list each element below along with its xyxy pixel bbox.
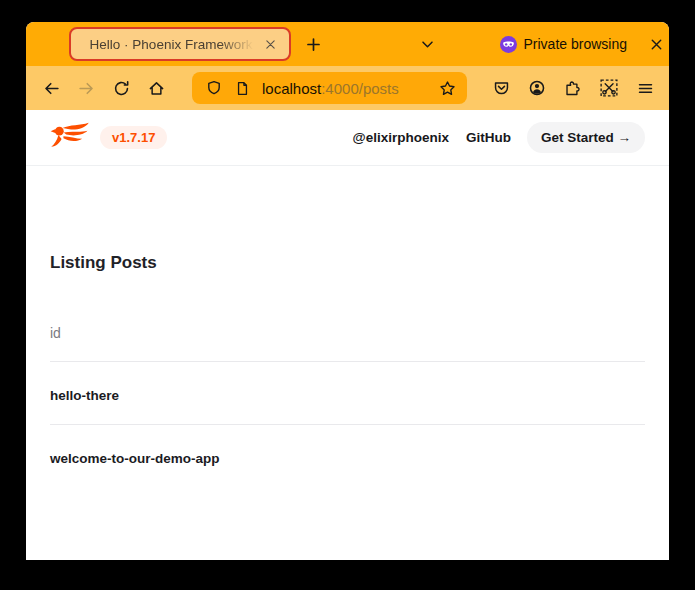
account-button[interactable] xyxy=(523,74,551,102)
close-icon xyxy=(264,38,277,51)
table-column-header: id xyxy=(50,325,645,362)
plus-icon xyxy=(305,36,322,53)
url-text[interactable]: localhost:4000/posts xyxy=(262,80,433,97)
page-content: v1.7.17 @elixirphoenix GitHub Get Starte… xyxy=(26,110,669,560)
scissors-icon xyxy=(600,79,618,97)
home-button[interactable] xyxy=(142,74,170,102)
get-started-button[interactable]: Get Started → xyxy=(527,122,645,153)
table-row[interactable]: welcome-to-our-demo-app xyxy=(50,425,645,487)
site-info-button[interactable] xyxy=(228,74,256,102)
browser-titlebar: Hello · Phoenix Framework xyxy=(26,22,669,66)
pocket-button[interactable] xyxy=(487,74,515,102)
url-host: localhost xyxy=(262,80,321,97)
account-icon xyxy=(528,79,546,97)
navigation-toolbar: localhost:4000/posts xyxy=(26,66,669,110)
posts-table: id hello-there welcome-to-our-demo-app xyxy=(50,325,645,487)
reload-icon xyxy=(113,80,130,97)
version-badge: v1.7.17 xyxy=(100,126,167,149)
window-close-button[interactable] xyxy=(643,30,669,58)
url-path: :4000/posts xyxy=(321,80,399,97)
back-arrow-icon xyxy=(43,80,60,97)
tab-list-dropdown-button[interactable] xyxy=(413,30,441,58)
shield-icon xyxy=(206,80,222,96)
tracking-protection-button[interactable] xyxy=(200,74,228,102)
forward-arrow-icon xyxy=(78,80,95,97)
browser-window: Hello · Phoenix Framework xyxy=(26,22,669,560)
bookmark-star-button[interactable] xyxy=(433,74,461,102)
url-bar[interactable]: localhost:4000/posts xyxy=(192,72,467,104)
private-browsing-indicator: Private browsing xyxy=(500,36,628,53)
table-row[interactable]: hello-there xyxy=(50,362,645,425)
hamburger-icon xyxy=(637,80,654,97)
page-icon xyxy=(235,81,250,96)
home-icon xyxy=(148,80,165,97)
private-browsing-label: Private browsing xyxy=(524,36,628,52)
page-title: Listing Posts xyxy=(50,253,645,273)
phoenix-logo-icon[interactable] xyxy=(50,120,90,156)
tab-close-button[interactable] xyxy=(259,33,281,55)
site-header: v1.7.17 @elixirphoenix GitHub Get Starte… xyxy=(26,110,669,166)
back-button[interactable] xyxy=(37,74,65,102)
screenshot-button[interactable] xyxy=(595,74,623,102)
browser-tab[interactable]: Hello · Phoenix Framework xyxy=(69,27,291,61)
github-link[interactable]: GitHub xyxy=(466,130,511,145)
reload-button[interactable] xyxy=(107,74,135,102)
elixirphoenix-link[interactable]: @elixirphoenix xyxy=(353,130,449,145)
main-area: Listing Posts id hello-there welcome-to-… xyxy=(26,253,669,487)
new-tab-button[interactable] xyxy=(299,30,327,58)
desktop-background: Hello · Phoenix Framework xyxy=(0,0,695,590)
close-icon xyxy=(649,37,664,52)
pocket-icon xyxy=(493,80,510,97)
puzzle-icon xyxy=(565,80,582,97)
menu-button[interactable] xyxy=(631,74,659,102)
star-icon xyxy=(439,80,456,97)
extensions-button[interactable] xyxy=(559,74,587,102)
chevron-down-icon xyxy=(420,37,435,52)
tab-title: Hello · Phoenix Framework xyxy=(83,37,259,52)
private-browsing-mask-icon xyxy=(500,36,517,53)
forward-button[interactable] xyxy=(72,74,100,102)
